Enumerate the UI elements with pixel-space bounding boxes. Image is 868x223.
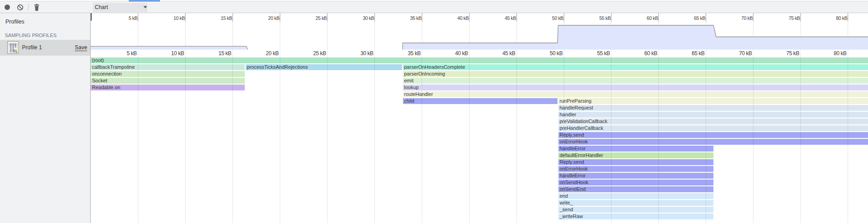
svg-text:%: % [13,48,17,54]
